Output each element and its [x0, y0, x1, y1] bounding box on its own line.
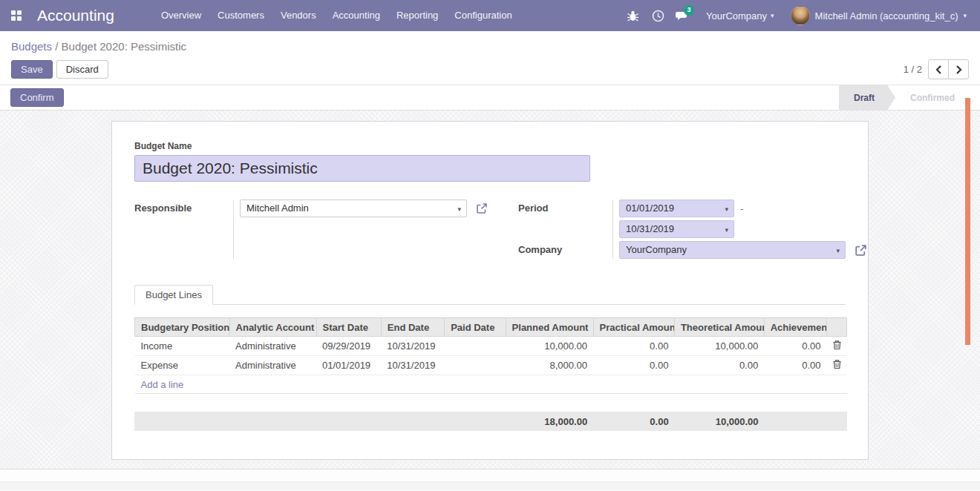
col-practical-amount[interactable]: Practical Amount: [593, 318, 674, 337]
menu-item-configuration[interactable]: Configuration: [446, 0, 520, 31]
company-label: Company: [518, 241, 612, 259]
activities-clock-icon[interactable]: [645, 0, 670, 31]
col-planned-amount[interactable]: Planned Amount: [506, 318, 593, 337]
messages-icon[interactable]: 3: [670, 0, 696, 31]
chevron-down-icon: ▾: [457, 200, 461, 218]
col-paid-date[interactable]: Paid Date: [445, 318, 506, 337]
chatter-strip: [0, 481, 980, 490]
total-achievement: [765, 412, 827, 431]
period-range-separator: -: [740, 203, 743, 214]
main-menu: Overview Customers Vendors Accounting Re…: [153, 0, 520, 31]
chevron-down-icon: ▾: [725, 200, 728, 218]
pager-previous-button[interactable]: [928, 59, 949, 79]
save-button[interactable]: Save: [11, 60, 53, 79]
record-pager: 1 / 2: [904, 59, 969, 79]
period-from-date-select[interactable]: 01/01/2019 ▾: [619, 200, 734, 217]
col-theoretical-amount[interactable]: Theoretical Amount: [674, 318, 764, 337]
company-select[interactable]: YourCompany ▾: [619, 241, 846, 259]
stage-indicator: Draft Confirmed: [839, 85, 980, 111]
table-header-row: Budgetary Position Analytic Account Star…: [135, 318, 847, 337]
totals-row: 18,000.00 0.00 10,000.00: [134, 412, 847, 431]
menu-item-accounting[interactable]: Accounting: [324, 0, 388, 31]
col-analytic-account[interactable]: Analytic Account: [229, 318, 316, 337]
confirm-button[interactable]: Confirm: [10, 88, 64, 107]
chevron-down-icon: ▾: [771, 12, 774, 19]
menu-item-reporting[interactable]: Reporting: [388, 0, 446, 31]
chevron-right-icon: [956, 65, 962, 74]
grid-icon: [11, 10, 22, 21]
col-achievement[interactable]: Achievement: [764, 318, 826, 337]
budget-name-label: Budget Name: [134, 141, 846, 151]
user-avatar: [791, 6, 810, 25]
apps-menu-icon[interactable]: [0, 0, 33, 31]
chevron-left-icon: [935, 65, 942, 74]
budget-lines-table: Budgetary Position Analytic Account Star…: [134, 317, 847, 394]
budget-name-input[interactable]: [134, 155, 590, 182]
form-view-background: Budget Name Responsible Mitchell Admin ▾: [0, 111, 980, 469]
menu-item-customers[interactable]: Customers: [209, 0, 272, 31]
top-navbar: Accounting Overview Customers Vendors Ac…: [0, 0, 980, 31]
table-row[interactable]: Expense Administrative 01/01/2019 10/31/…: [135, 356, 847, 375]
app-brand[interactable]: Accounting: [37, 7, 114, 24]
company-external-link-icon[interactable]: [855, 244, 867, 257]
chevron-down-icon: ▾: [836, 242, 840, 260]
table-row[interactable]: Income Administrative 09/29/2019 10/31/2…: [135, 337, 847, 356]
stage-confirmed[interactable]: Confirmed: [895, 85, 970, 111]
chevron-down-icon: ▾: [725, 221, 728, 239]
breadcrumb-current: Budget 2020: Pessimistic: [62, 40, 186, 53]
period-to-date-select[interactable]: 10/31/2019 ▾: [619, 220, 734, 238]
menu-item-overview[interactable]: Overview: [153, 0, 209, 31]
delete-row-icon[interactable]: [832, 359, 842, 369]
form-statusbar: Confirm Draft Confirmed: [0, 85, 980, 111]
form-sheet: Budget Name Responsible Mitchell Admin ▾: [111, 121, 869, 460]
user-menu[interactable]: Mitchell Admin (accounting_kit_c) ▾: [785, 0, 970, 31]
col-end-date[interactable]: End Date: [381, 318, 444, 337]
add-a-line-link[interactable]: Add a line: [141, 379, 184, 390]
menu-item-vendors[interactable]: Vendors: [272, 0, 324, 31]
chevron-down-icon: ▾: [963, 12, 967, 19]
col-start-date[interactable]: Start Date: [316, 318, 381, 337]
notebook-tabbar: Budget Lines: [134, 285, 846, 305]
debug-bug-icon[interactable]: [620, 0, 645, 31]
group-right: Period Company 01/01/2019 ▾ -: [518, 200, 867, 259]
delete-row-icon[interactable]: [832, 340, 842, 350]
tab-budget-lines[interactable]: Budget Lines: [134, 285, 213, 305]
vertical-scrollbar[interactable]: [965, 98, 970, 345]
breadcrumb-budgets-link[interactable]: Budgets: [11, 40, 52, 53]
col-budgetary-position[interactable]: Budgetary Position: [135, 318, 230, 337]
responsible-select[interactable]: Mitchell Admin ▾: [240, 200, 467, 217]
total-practical: 0.00: [593, 412, 674, 431]
responsible-external-link-icon[interactable]: [476, 202, 488, 214]
responsible-label: Responsible: [134, 200, 233, 217]
col-delete: [827, 318, 847, 337]
total-planned: 18,000.00: [506, 412, 593, 431]
breadcrumb: Budgets / Budget 2020: Pessimistic: [11, 40, 969, 53]
user-name: Mitchell Admin (accounting_kit_c): [815, 10, 958, 22]
navbar-systray: 3 YourCompany ▾ Mitchell Admin (accounti…: [620, 0, 980, 31]
company-switcher[interactable]: YourCompany ▾: [696, 0, 784, 31]
stage-draft[interactable]: Draft: [839, 85, 895, 111]
pager-value: 1 / 2: [904, 64, 922, 75]
pager-next-button[interactable]: [948, 59, 969, 79]
discard-button[interactable]: Discard: [56, 60, 108, 79]
total-theoretical: 10,000.00: [675, 412, 765, 431]
footer-strip: [0, 469, 980, 481]
control-panel: Budgets / Budget 2020: Pessimistic Save …: [0, 31, 980, 85]
breadcrumb-separator: /: [55, 40, 58, 53]
company-name: YourCompany: [706, 10, 767, 22]
period-label: Period: [518, 200, 612, 217]
message-count-badge: 3: [684, 5, 694, 16]
group-left: Responsible Mitchell Admin ▾: [134, 200, 488, 259]
